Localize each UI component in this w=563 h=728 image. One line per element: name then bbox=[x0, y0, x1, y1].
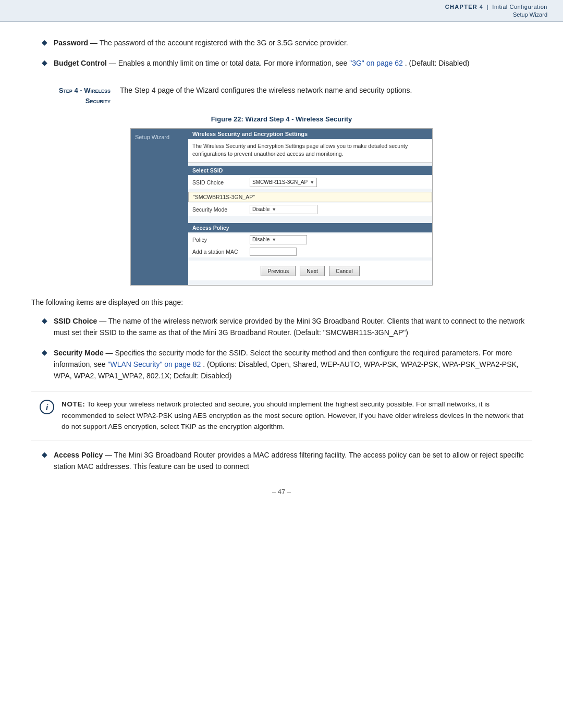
note-label: Note: bbox=[62, 400, 85, 408]
wiz-ssid-name-header: "SMCWBR11S-3GN_AP" bbox=[188, 192, 432, 202]
wizard-sidebar: Setup Wizard bbox=[131, 129, 188, 285]
wiz-ssid-select-arrow: ▼ bbox=[310, 180, 314, 185]
bullet-diamond-1: ◆ bbox=[42, 38, 47, 46]
bullet-password-label: Password bbox=[54, 39, 88, 47]
security-link[interactable]: "WLAN Security" on page 82 bbox=[108, 360, 201, 368]
wizard-screenshot: Setup Wizard Wireless Security and Encry… bbox=[130, 128, 433, 286]
chapter-title: Initial Configuration bbox=[492, 4, 547, 10]
wiz-add-mac-label: Add a station MAC bbox=[192, 249, 250, 255]
bullet-budget-text: Budget Control — Enables a monthly limit… bbox=[54, 58, 469, 69]
bullet-diamond-3: ◆ bbox=[42, 316, 47, 325]
wiz-buttons-row: Previous Next Cancel bbox=[188, 261, 432, 280]
wiz-section-desc: The Wireless Security and Encryption Set… bbox=[188, 140, 432, 162]
note-text: Note: To keep your wireless network prot… bbox=[62, 399, 523, 433]
header-chapter-line: Chapter 4 | Initial Configuration bbox=[445, 3, 547, 11]
wiz-policy-row: Policy Disable ▼ bbox=[188, 233, 432, 246]
step-label-line2: Security bbox=[85, 97, 111, 105]
step-label-line1: Step 4 - Wireless bbox=[59, 87, 111, 94]
wiz-security-select-arrow: ▼ bbox=[272, 207, 276, 212]
wiz-next-button[interactable]: Next bbox=[300, 266, 325, 276]
wiz-security-mode-row: Security Mode Disable ▼ bbox=[188, 203, 432, 216]
bullet-password: ◆ Password — The password of the account… bbox=[31, 38, 532, 49]
bullet-diamond-5: ◆ bbox=[42, 450, 47, 459]
bullet-ssid-text: SSID Choice — The name of the wireless n… bbox=[54, 316, 532, 338]
wizard-main-panel: Wireless Security and Encryption Setting… bbox=[188, 129, 432, 285]
bullet-budget-dash: — Enables a monthly limit on time or tot… bbox=[109, 59, 349, 67]
wiz-security-mode-value: Disable bbox=[252, 206, 270, 212]
header-sub: Setup Wizard bbox=[445, 11, 547, 19]
page-footer: – 47 – bbox=[31, 488, 532, 506]
bullet-security-label: Security Mode bbox=[54, 349, 104, 357]
step-body: The Step 4 page of the Wizard configures… bbox=[120, 85, 532, 96]
bullet-budget-label: Budget Control bbox=[54, 59, 107, 67]
following-text: The following items are displayed on thi… bbox=[31, 297, 532, 309]
header-right: Chapter 4 | Initial Configuration Setup … bbox=[445, 3, 547, 19]
bullet-access-label: Access Policy bbox=[54, 451, 103, 459]
budget-link[interactable]: "3G" on page 62 bbox=[349, 59, 403, 67]
note-body: To keep your wireless network protected … bbox=[62, 400, 523, 430]
chapter-separator: | bbox=[487, 4, 488, 10]
wiz-policy-select[interactable]: Disable ▼ bbox=[250, 235, 307, 244]
bullet-security-text: Security Mode — Specifies the security m… bbox=[54, 348, 532, 381]
wiz-policy-select-arrow: ▼ bbox=[272, 237, 276, 242]
note-icon: i bbox=[40, 400, 54, 414]
wiz-ssid-row: SSID Choice SMCWBR11S-3GN_AP ▼ bbox=[188, 176, 432, 189]
wiz-policy-value: Disable bbox=[252, 237, 270, 242]
note-box: i Note: To keep your wireless network pr… bbox=[31, 391, 532, 440]
bullet-diamond-2: ◆ bbox=[42, 58, 47, 67]
wiz-ssid-choice-label: SSID Choice bbox=[192, 179, 250, 186]
main-content: ◆ Password — The password of the account… bbox=[0, 22, 563, 527]
wiz-ssid-select[interactable]: SMCWBR11S-3GN_AP ▼ bbox=[250, 178, 317, 187]
bullet-password-text: Password — The password of the account r… bbox=[54, 38, 348, 49]
bullet-access-text: Access Policy — The Mini 3G Broadband Ro… bbox=[54, 450, 532, 472]
step-label: Step 4 - Wireless Security bbox=[31, 85, 120, 106]
chapter-num: 4 bbox=[480, 4, 483, 10]
wiz-add-mac-row: Add a station MAC bbox=[188, 246, 432, 257]
wiz-ssid-select-value: SMCWBR11S-3GN_AP bbox=[252, 179, 308, 185]
page-header: Chapter 4 | Initial Configuration Setup … bbox=[0, 0, 563, 22]
bullet-access-policy: ◆ Access Policy — The Mini 3G Broadband … bbox=[31, 450, 532, 472]
wiz-access-policy-header: Access Policy bbox=[188, 223, 432, 232]
wiz-cancel-button[interactable]: Cancel bbox=[329, 266, 360, 276]
bullet-diamond-4: ◆ bbox=[42, 348, 47, 356]
wiz-section-header: Wireless Security and Encryption Setting… bbox=[188, 129, 432, 139]
bullet-budget: ◆ Budget Control — Enables a monthly lim… bbox=[31, 58, 532, 69]
step-section: Step 4 - Wireless Security The Step 4 pa… bbox=[31, 85, 532, 106]
bullet-ssid-choice: ◆ SSID Choice — The name of the wireless… bbox=[31, 316, 532, 338]
wizard-sidebar-label: Setup Wizard bbox=[135, 134, 184, 140]
bullet-ssid-dash: — The name of the wireless network servi… bbox=[54, 317, 524, 337]
figure-caption: Figure 22: Wizard Step 4 - Wireless Secu… bbox=[31, 115, 532, 123]
bullet-ssid-label: SSID Choice bbox=[54, 317, 97, 325]
bullet-budget-after: . (Default: Disabled) bbox=[405, 59, 470, 67]
wiz-security-mode-select[interactable]: Disable ▼ bbox=[250, 205, 317, 214]
wiz-previous-button[interactable]: Previous bbox=[261, 266, 296, 276]
wiz-add-mac-input[interactable] bbox=[250, 248, 297, 256]
wiz-select-ssid-header: Select SSID bbox=[188, 166, 432, 175]
bullet-security-mode: ◆ Security Mode — Specifies the security… bbox=[31, 348, 532, 381]
chapter-word: Chapter bbox=[445, 4, 478, 10]
bullet-access-dash: — The Mini 3G Broadband Router provides … bbox=[54, 451, 524, 471]
wiz-security-mode-label: Security Mode bbox=[192, 206, 250, 213]
spacer1 bbox=[188, 216, 432, 220]
bullet-password-dash: — The password of the account registered… bbox=[90, 39, 348, 47]
wiz-policy-label: Policy bbox=[192, 237, 250, 243]
